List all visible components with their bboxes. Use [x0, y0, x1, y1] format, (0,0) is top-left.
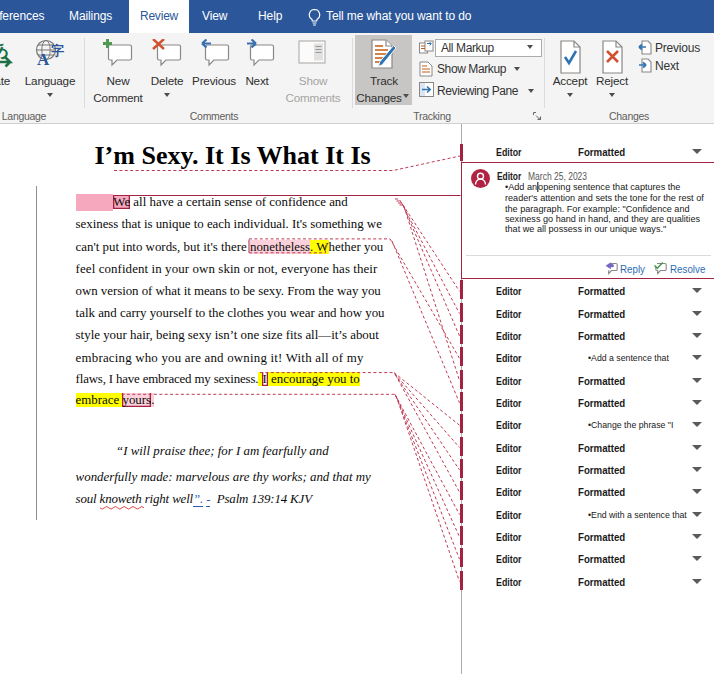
svg-text:あ: あ: [0, 39, 9, 60]
svg-text:A: A: [37, 50, 50, 69]
svg-text:字: 字: [51, 43, 64, 58]
